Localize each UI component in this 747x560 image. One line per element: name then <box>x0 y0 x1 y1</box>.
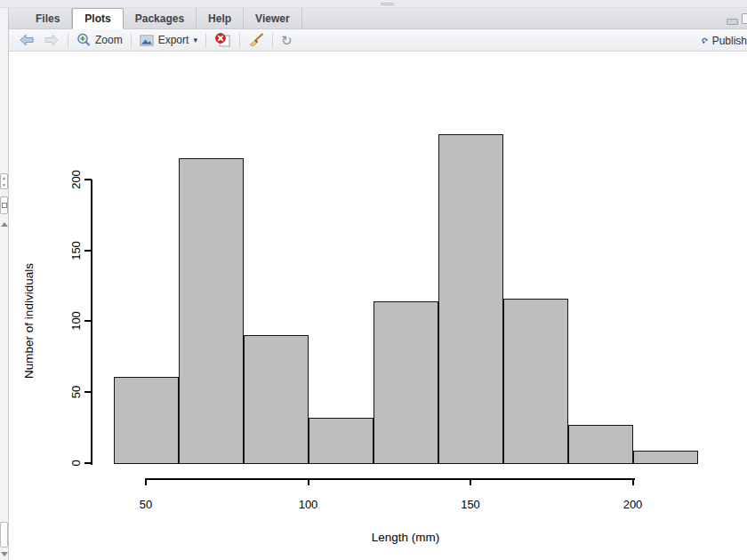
x-axis-tick <box>308 478 309 485</box>
plots-pane: Files Plots Packages Help Viewer <box>9 8 747 560</box>
clear-all-plots-button[interactable] <box>244 31 269 49</box>
histogram-bar <box>114 377 179 465</box>
x-axis-tick <box>632 478 634 485</box>
x-axis-line <box>146 478 635 480</box>
left-pane-edge: ▲▼ <box>0 8 9 560</box>
forward-plot-button[interactable] <box>39 32 64 48</box>
histogram-bar <box>503 299 568 465</box>
broom-icon <box>248 33 264 47</box>
chevron-down-icon: ▾ <box>193 36 197 44</box>
publish-button[interactable]: Publish <box>701 29 747 52</box>
scroll-up-icon[interactable] <box>1 222 8 227</box>
remove-plot-icon <box>214 33 231 47</box>
plots-toolbar: Zoom Export ▾ <box>9 29 747 52</box>
back-plot-button[interactable] <box>14 32 39 48</box>
y-axis-tick <box>84 462 92 464</box>
histogram-bar <box>633 451 698 465</box>
y-tick-label: 0 <box>69 460 83 466</box>
tab-help-label: Help <box>208 12 231 25</box>
tab-plots[interactable]: Plots <box>72 8 123 29</box>
y-axis-tick <box>84 391 92 393</box>
tab-plots-label: Plots <box>84 12 110 25</box>
zoom-plot-button[interactable]: Zoom <box>72 31 127 49</box>
tab-packages[interactable]: Packages <box>124 8 197 28</box>
tab-files-label: Files <box>36 12 60 25</box>
pane-window-buttons <box>727 8 747 29</box>
scrollbar-thumb[interactable] <box>0 522 8 548</box>
tab-viewer-label: Viewer <box>255 12 289 25</box>
x-axis-tick <box>470 478 471 485</box>
x-axis-title: Length (mm) <box>372 531 440 544</box>
export-image-icon <box>140 34 155 46</box>
toolbar-separator <box>68 33 68 48</box>
x-axis-tick <box>145 478 147 485</box>
scroll-down-icon[interactable] <box>1 552 8 556</box>
restore-pane-icon[interactable] <box>0 196 8 214</box>
y-axis-line <box>91 180 92 465</box>
tab-files[interactable]: Files <box>24 8 72 28</box>
forward-arrow-icon <box>44 34 60 46</box>
tab-packages-label: Packages <box>135 12 184 25</box>
tab-viewer[interactable]: Viewer <box>244 8 301 28</box>
y-tick-label: 50 <box>69 386 83 398</box>
maximize-pane-icon[interactable] <box>742 13 747 24</box>
y-axis-tick <box>84 179 92 180</box>
minimize-pane-icon[interactable] <box>727 19 738 25</box>
x-tick-label: 100 <box>299 498 318 511</box>
toolbar-separator <box>131 33 132 48</box>
plot-area: 05010015020050100150200Length (mm)Number… <box>9 52 747 560</box>
zoom-button-label: Zoom <box>95 34 123 46</box>
toolbar-separator <box>272 33 273 48</box>
x-tick-label: 150 <box>461 498 480 511</box>
magnifier-plus-icon <box>76 33 92 47</box>
y-tick-label: 150 <box>69 241 83 260</box>
x-tick-label: 50 <box>140 498 152 511</box>
refresh-icon: ↻ <box>281 34 293 47</box>
histogram-bar <box>438 134 503 465</box>
y-axis-tick <box>84 250 92 252</box>
rstudio-plots-pane: ▲▼ Files Plots Packages Help Viewer <box>0 0 747 560</box>
histogram-bar <box>244 335 309 464</box>
histogram-bar <box>179 158 244 465</box>
export-plot-button[interactable]: Export ▾ <box>135 32 202 48</box>
export-button-label: Export <box>158 34 189 46</box>
publish-icon <box>701 35 709 46</box>
tab-help[interactable]: Help <box>197 8 244 28</box>
publish-label: Publish <box>712 35 747 47</box>
histogram-bar <box>309 418 374 465</box>
x-tick-label: 200 <box>623 498 643 511</box>
y-tick-label: 100 <box>69 312 83 332</box>
pane-tab-bar: Files Plots Packages Help Viewer <box>9 8 747 29</box>
remove-plot-button[interactable] <box>210 31 236 49</box>
y-tick-label: 200 <box>69 170 83 189</box>
y-axis-title: Number of individuals <box>22 263 36 379</box>
spinner-arrows-icon[interactable]: ▲▼ <box>0 173 8 189</box>
pane-splitter[interactable] <box>0 0 747 8</box>
histogram-bar <box>374 301 438 464</box>
splitter-drag-handle-icon[interactable] <box>381 2 394 6</box>
back-arrow-icon <box>19 34 35 46</box>
histogram-bar <box>568 425 633 465</box>
toolbar-separator <box>239 33 240 48</box>
refresh-plot-button[interactable]: ↻ <box>277 32 297 49</box>
toolbar-separator <box>205 33 206 48</box>
y-axis-tick <box>84 320 92 322</box>
